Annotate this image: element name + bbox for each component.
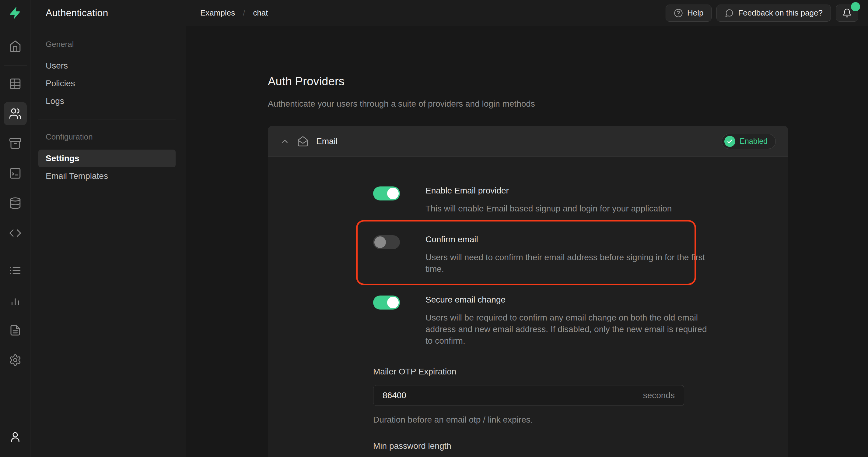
confirm-email-toggle[interactable] <box>373 235 400 249</box>
provider-name: Email <box>316 137 338 146</box>
storage-archive-icon <box>9 137 22 150</box>
row-title: Enable Email provider <box>426 186 672 196</box>
mail-open-icon <box>297 136 308 147</box>
code-icon <box>9 227 22 239</box>
row-title: Secure email change <box>426 295 709 305</box>
toggle-knob <box>374 236 386 248</box>
field-suffix: seconds <box>643 391 675 400</box>
enable-email-provider-row: Enable Email provider This will enable E… <box>373 186 709 215</box>
sidebar-item-email-templates[interactable]: Email Templates <box>38 167 176 185</box>
user-icon <box>9 430 22 443</box>
help-label: Help <box>687 8 703 18</box>
section-header-general: General <box>38 39 176 49</box>
status-badge: Enabled <box>722 134 776 149</box>
secure-email-change-toggle[interactable] <box>373 295 400 310</box>
content-area: Auth Providers Authenticate your users t… <box>186 26 868 457</box>
row-text: Enable Email provider This will enable E… <box>426 186 672 215</box>
field-label: Min password length <box>373 441 709 451</box>
row-description: Users will need to confirm their email a… <box>426 252 709 275</box>
section-header-configuration: Configuration <box>38 132 176 142</box>
page-title: Authentication <box>30 0 186 26</box>
rail-account[interactable] <box>4 425 27 449</box>
sidebar-item-logs[interactable]: Logs <box>38 92 176 110</box>
rail-authentication[interactable] <box>4 102 27 125</box>
sidebar-divider <box>38 119 176 119</box>
confirm-email-row: Confirm email Users will need to confirm… <box>373 235 709 275</box>
rail-sql-editor[interactable] <box>4 162 27 185</box>
home-icon <box>9 40 22 53</box>
auth-providers-subtitle: Authenticate your users through a suite … <box>268 99 868 109</box>
enable-email-provider-toggle[interactable] <box>373 187 400 200</box>
rail-divider <box>4 252 27 252</box>
check-circle-icon <box>724 136 735 147</box>
rail-database[interactable] <box>4 192 27 215</box>
icon-rail <box>0 0 30 457</box>
speech-bubble-icon <box>725 8 734 18</box>
gear-icon <box>9 354 22 367</box>
rail-api[interactable] <box>4 222 27 245</box>
breadcrumb-org[interactable]: Examples <box>200 8 235 18</box>
secure-email-change-row: Secure email change Users will be requir… <box>373 295 709 347</box>
rail-home[interactable] <box>4 35 27 58</box>
sidebar: Authentication General Users Policies Lo… <box>30 0 186 457</box>
row-text: Secure email change Users will be requir… <box>426 295 709 347</box>
feedback-label: Feedback on this page? <box>738 8 823 18</box>
rail-table-editor[interactable] <box>4 72 27 95</box>
rail-docs[interactable] <box>4 319 27 342</box>
email-provider-body: Enable Email provider This will enable E… <box>268 156 788 457</box>
database-icon <box>9 197 22 209</box>
table-editor-icon <box>9 77 22 90</box>
topbar-actions: Help Feedback on this page? <box>665 5 858 22</box>
row-text: Confirm email Users will need to confirm… <box>426 235 709 275</box>
users-icon <box>9 107 22 120</box>
email-provider-header[interactable]: Email Enabled <box>268 126 788 156</box>
main-column: Examples / chat Help Feedback on this pa… <box>186 0 868 457</box>
supabase-logo-icon[interactable] <box>8 6 22 20</box>
bar-chart-icon <box>9 294 22 307</box>
auth-providers-heading: Auth Providers <box>268 75 868 88</box>
rail-reports[interactable] <box>4 289 27 312</box>
breadcrumb-project[interactable]: chat <box>253 8 268 18</box>
breadcrumb-separator: / <box>243 8 245 18</box>
bell-icon <box>842 8 852 18</box>
toggle-knob <box>387 297 399 308</box>
sidebar-item-policies[interactable]: Policies <box>38 75 176 92</box>
rail-logs[interactable] <box>4 259 27 282</box>
row-title: Confirm email <box>426 235 709 244</box>
notification-dot <box>851 2 860 11</box>
document-icon <box>9 324 22 337</box>
rail-settings[interactable] <box>4 348 27 372</box>
field-label: Mailer OTP Expiration <box>373 367 709 377</box>
notifications-button[interactable] <box>836 5 858 22</box>
toggle-knob <box>387 188 399 199</box>
field-input-wrap: seconds <box>373 385 684 406</box>
sidebar-menu: General Users Policies Logs Configuratio… <box>30 26 186 185</box>
row-description: Users will be required to confirm any em… <box>426 312 709 347</box>
list-icon <box>9 264 22 277</box>
breadcrumb: Examples / chat <box>200 8 268 18</box>
email-provider-card: Email Enabled Enable Email provider This… <box>268 126 788 457</box>
mailer-otp-expiration-field: Mailer OTP Expiration seconds Duration b… <box>373 367 709 425</box>
field-helper: Duration before an email otp / link expi… <box>373 415 709 425</box>
help-circle-icon <box>674 8 683 18</box>
sidebar-item-users[interactable]: Users <box>38 57 176 75</box>
rail-storage[interactable] <box>4 132 27 155</box>
topbar: Examples / chat Help Feedback on this pa… <box>186 0 868 26</box>
mailer-otp-expiration-input[interactable] <box>382 391 643 400</box>
sidebar-item-settings[interactable]: Settings <box>38 150 176 167</box>
row-description: This will enable Email based signup and … <box>426 203 672 215</box>
rail-divider <box>4 65 27 65</box>
feedback-button[interactable]: Feedback on this page? <box>716 5 831 22</box>
chevron-up-icon <box>280 137 289 146</box>
help-button[interactable]: Help <box>665 5 712 22</box>
terminal-icon <box>9 167 22 180</box>
status-badge-label: Enabled <box>740 137 768 146</box>
min-password-length-field: Min password length Users will not be ab… <box>373 441 709 457</box>
